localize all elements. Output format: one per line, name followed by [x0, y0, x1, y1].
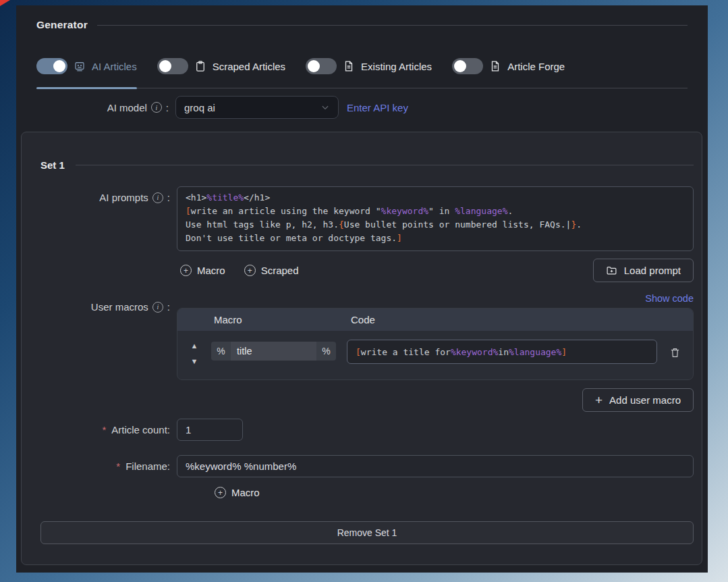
tab-ai-articles[interactable]: AI Articles	[36, 58, 137, 88]
ai-prompts-label: AI prompts i :	[40, 186, 170, 203]
clipboard-icon	[194, 60, 206, 72]
toggle-knob	[308, 60, 320, 72]
ai-prompts-editor[interactable]: <h1>%title%</h1>[write an article using …	[177, 186, 694, 251]
info-icon[interactable]: i	[152, 302, 163, 313]
filename-macro-label: Macro	[231, 487, 260, 498]
trash-column	[657, 340, 693, 359]
chevron-down-icon	[320, 103, 330, 112]
tab-label-existing-articles: Existing Articles	[361, 61, 432, 72]
code-column-header: Code	[346, 314, 693, 325]
filename-row: * Filename:	[40, 455, 694, 477]
filename-macro-area: + Macro	[177, 487, 694, 498]
macros-table-header: Macro Code	[177, 309, 693, 331]
required-asterisk: *	[116, 460, 120, 472]
ai-model-selected-value: groq ai	[184, 102, 215, 113]
document-icon	[489, 60, 501, 72]
article-count-label-text: Article count:	[111, 424, 170, 435]
tab-existing-articles[interactable]: Existing Articles	[306, 58, 432, 88]
reorder-arrows: ▲ ▼	[177, 340, 211, 365]
article-count-label: * Article count:	[40, 424, 170, 435]
user-macros-row: User macros i : Show code Macro Code ▲	[40, 296, 694, 380]
filename-insert-macro-button[interactable]: + Macro	[215, 487, 260, 498]
enter-api-key-link[interactable]: Enter API key	[347, 102, 408, 113]
user-macros-column: Show code Macro Code ▲ ▼ %	[177, 296, 694, 380]
article-forge-toggle[interactable]	[452, 58, 483, 74]
trash-icon	[669, 346, 681, 359]
folder-plus-icon	[606, 265, 617, 276]
macro-prefix: %	[211, 342, 231, 361]
set-divider	[76, 165, 694, 165]
macro-table-row: ▲ ▼ % % [write a title for %keyword% in …	[177, 331, 693, 379]
plus-circle-icon: +	[215, 487, 226, 498]
robot-icon	[74, 60, 86, 72]
move-down-button[interactable]: ▼	[191, 358, 198, 365]
filename-macro-row: + Macro	[40, 487, 694, 498]
page-title: Generator	[36, 19, 88, 31]
add-user-macro-button[interactable]: + Add user macro	[582, 388, 694, 412]
delete-macro-button[interactable]	[669, 346, 681, 359]
user-macros-label: User macros i :	[40, 296, 170, 313]
move-up-button[interactable]: ▲	[191, 342, 198, 350]
remove-set-row: Remove Set 1	[40, 521, 694, 544]
ai-prompts-label-text: AI prompts	[99, 192, 148, 203]
top-section: Generator AI Articles Scraped Articles	[16, 5, 708, 119]
user-macros-label-text: User macros	[91, 301, 148, 313]
existing-articles-toggle[interactable]	[306, 58, 337, 74]
filename-label-text: Filename:	[125, 460, 170, 472]
load-prompt-button[interactable]: Load prompt	[593, 259, 694, 282]
ai-model-label-text: AI model	[107, 102, 147, 113]
label-colon: :	[166, 102, 169, 113]
required-asterisk: *	[102, 424, 106, 435]
tab-label-scraped-articles: Scraped Articles	[213, 61, 285, 72]
show-code-link[interactable]: Show code	[645, 293, 694, 304]
article-source-tabs: AI Articles Scraped Articles Existing Ar…	[36, 58, 688, 88]
plus-icon: +	[595, 394, 603, 406]
tab-label-article-forge: Article Forge	[507, 61, 565, 72]
macro-code-input[interactable]: [write a title for %keyword% in %languag…	[347, 340, 657, 364]
filename-input[interactable]	[177, 455, 694, 477]
set-1-header: Set 1	[40, 159, 694, 171]
info-icon[interactable]: i	[151, 102, 162, 113]
corner-pointer-artifact	[0, 0, 10, 6]
article-count-input[interactable]	[177, 419, 243, 441]
macro-column-header: Macro	[177, 314, 346, 325]
toggle-knob	[159, 60, 171, 72]
set-1-panel: Set 1 AI prompts i : <h1>%title%</h1>[wr…	[21, 132, 702, 565]
remove-set-button[interactable]: Remove Set 1	[40, 521, 694, 544]
ai-model-row: AI model i : groq ai Enter API key	[36, 96, 688, 119]
add-user-macro-row: + Add user macro	[40, 388, 694, 412]
header-divider	[97, 25, 688, 26]
ai-prompts-row: AI prompts i : <h1>%title%</h1>[write an…	[40, 186, 694, 251]
document-icon	[343, 60, 355, 72]
toggle-knob	[53, 60, 65, 72]
add-user-macro-label: Add user macro	[609, 394, 681, 406]
prompt-buttons-row: + Macro + Scraped Load prompt	[40, 259, 694, 282]
label-colon: :	[167, 301, 170, 313]
macro-name-input[interactable]	[231, 342, 316, 361]
filename-label: * Filename:	[40, 460, 170, 472]
tab-article-forge[interactable]: Article Forge	[452, 58, 565, 88]
insert-scraped-label: Scraped	[261, 265, 299, 276]
ai-articles-toggle[interactable]	[36, 58, 67, 74]
show-code-row: Show code	[177, 293, 694, 304]
ai-model-label: AI model i :	[36, 102, 169, 113]
tab-label-ai-articles: AI Articles	[92, 61, 137, 72]
insert-macro-label: Macro	[197, 265, 225, 276]
insert-macro-button[interactable]: + Macro	[180, 265, 225, 276]
scraped-articles-toggle[interactable]	[157, 58, 188, 74]
header-row: Generator	[36, 19, 688, 31]
macro-suffix: %	[316, 342, 336, 361]
prompt-buttons-area: + Macro + Scraped Load prompt	[177, 259, 694, 282]
user-macros-table: Macro Code ▲ ▼ % % [write a tit	[177, 308, 694, 380]
generator-app: Generator AI Articles Scraped Articles	[16, 5, 708, 573]
ai-model-select[interactable]: groq ai	[175, 96, 339, 119]
macro-name-group: % %	[211, 342, 336, 361]
label-colon: :	[167, 192, 170, 203]
tab-scraped-articles[interactable]: Scraped Articles	[157, 58, 285, 88]
info-icon[interactable]: i	[152, 192, 163, 203]
load-prompt-label: Load prompt	[624, 265, 681, 276]
article-count-row: * Article count:	[40, 419, 694, 441]
plus-circle-icon: +	[180, 265, 192, 276]
plus-circle-icon: +	[244, 265, 256, 276]
insert-scraped-button[interactable]: + Scraped	[244, 265, 299, 276]
